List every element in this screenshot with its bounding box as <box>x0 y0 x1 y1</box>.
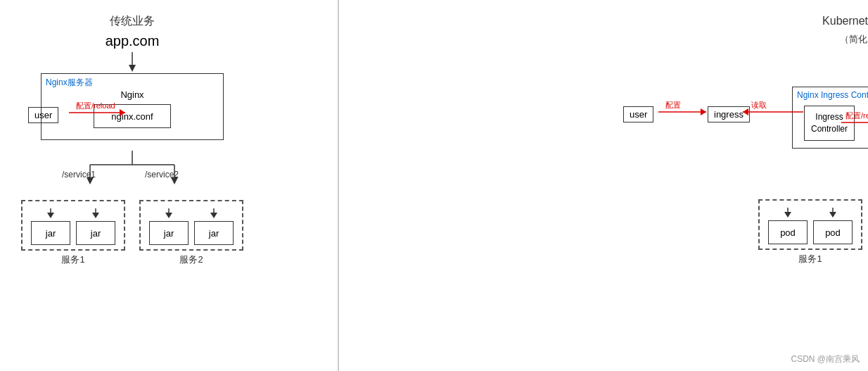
left-service-arrows: /service1 /service2 <box>41 151 224 200</box>
left-appcom: app.com <box>21 33 243 49</box>
divider <box>338 0 339 371</box>
right-pod1-arrow <box>768 208 808 219</box>
svg-marker-24 <box>701 108 706 115</box>
svg-marker-14 <box>47 213 54 218</box>
left-jar3-arrow <box>149 208 189 220</box>
left-service2-dashed: jar jar <box>139 200 243 251</box>
right-services-row: pod pod 服务1 <box>665 199 868 265</box>
right-pod2-box: pod <box>813 220 853 244</box>
right-pod1-box: pod <box>768 220 808 244</box>
left-title: 传统业务 <box>21 14 243 29</box>
right-ingress-box: ingress <box>708 106 750 122</box>
right-service1-label: 服务1 <box>798 253 822 265</box>
svg-marker-3 <box>120 109 125 116</box>
left-jar2-box: jar <box>76 221 115 245</box>
right-appcom-area: app.com <box>623 47 868 70</box>
right-controller-box: IngressController <box>804 106 855 141</box>
right-nginx-pod-label: Nginx Ingress Controller Pod <box>797 90 868 100</box>
left-services-row: jar jar 服务1 <box>21 200 243 266</box>
main-container: 传统业务 app.com Nginx服务器 Nginx nginx.conf u <box>0 0 868 371</box>
svg-text:配置: 配置 <box>665 101 681 109</box>
right-main-row: user ingress Nginx Ingress Controller Po… <box>623 87 868 157</box>
svg-marker-16 <box>92 213 99 218</box>
right-service1-group: pod pod 服务1 <box>758 199 862 265</box>
right-service-arrows-svg: /service1 /service2 <box>792 157 868 199</box>
right-pod2-arrow <box>813 208 853 219</box>
right-controller-label: IngressController <box>811 111 848 135</box>
left-jar4-arrow <box>194 208 234 220</box>
left-jar3-box: jar <box>149 221 189 245</box>
left-user-arrow-svg: 配置/reload <box>21 87 243 130</box>
svg-text:读取: 读取 <box>751 101 767 109</box>
svg-marker-41 <box>784 212 791 218</box>
left-service1-dashed: jar jar <box>21 200 125 251</box>
svg-marker-43 <box>829 212 836 218</box>
right-subtitle: （简化图） <box>623 33 868 46</box>
left-service1-label: 服务1 <box>61 253 84 266</box>
right-title-area: Kubernetes业务 （简化图） <box>623 14 868 46</box>
right-panel: Kubernetes业务 （简化图） app.com user ingress <box>602 0 868 371</box>
svg-text:/service2: /service2 <box>145 170 179 180</box>
right-title: Kubernetes业务 <box>623 14 868 29</box>
right-appdomain-arrow-area <box>623 70 868 87</box>
left-jar1-box: jar <box>31 221 70 245</box>
svg-text:配置/reload: 配置/reload <box>76 101 115 110</box>
svg-marker-1 <box>129 65 136 72</box>
right-service-arrows: /service1 /service2 <box>792 157 868 199</box>
right-appdomain-arrow-svg <box>623 70 868 87</box>
right-nginx-pod-outer: Nginx Ingress Controller Pod IngressCont… <box>792 87 868 149</box>
left-service2-label: 服务2 <box>179 253 203 266</box>
left-service1-group: jar jar 服务1 <box>21 200 125 266</box>
svg-marker-18 <box>165 213 172 218</box>
left-jar1-arrow <box>31 208 70 220</box>
right-user-box: user <box>623 106 653 122</box>
left-jar2-arrow <box>76 208 115 220</box>
svg-text:/service1: /service1 <box>62 170 96 180</box>
svg-marker-20 <box>210 213 217 218</box>
left-panel: 传统业务 app.com Nginx服务器 Nginx nginx.conf u <box>0 0 264 371</box>
right-service1-dashed: pod pod <box>758 199 862 250</box>
left-service-arrows-svg: /service1 /service2 <box>41 151 224 200</box>
watermark: CSDN @南宫乘风 <box>791 353 860 365</box>
left-appdomain-arrow <box>41 52 224 73</box>
left-service2-group: jar jar 服务2 <box>139 200 243 266</box>
left-jar4-box: jar <box>194 221 234 245</box>
left-user-arrow-area: user 配置/reload <box>21 87 243 130</box>
